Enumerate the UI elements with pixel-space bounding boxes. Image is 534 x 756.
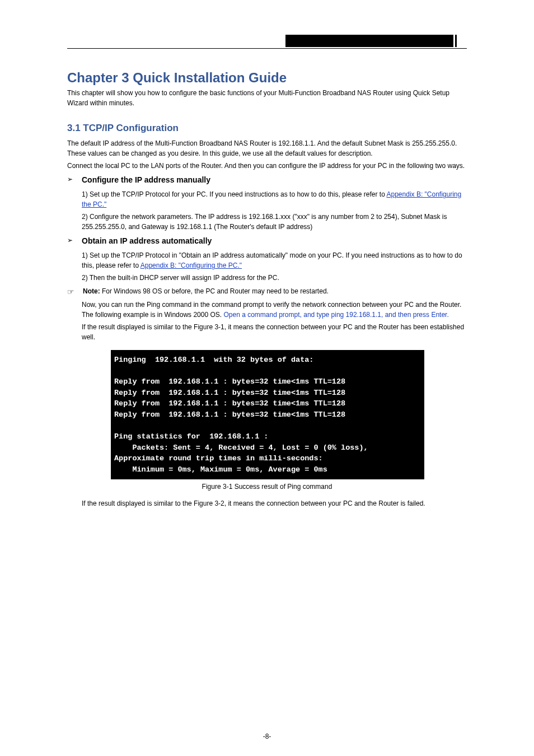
- terminal-line: Packets: Sent = 4, Received = 4, Lost = …: [114, 442, 421, 454]
- terminal-line: Reply from 192.168.1.1 : bytes=32 time<1…: [114, 388, 421, 399]
- bullet-subline: 1) Set up the TCP/IP Protocol in "Obtain…: [82, 250, 467, 270]
- bullet-subline-text: 1) Set up the TCP/IP Protocol for your P…: [82, 190, 387, 198]
- figure-caption: Figure 3-1 Success result of Ping comman…: [67, 483, 467, 491]
- header-black-bar: [285, 35, 453, 47]
- terminal-line: Reply from 192.168.1.1 : bytes=32 time<1…: [114, 409, 421, 421]
- body-paragraph: Now, you can run the Ping command in the…: [82, 300, 467, 320]
- note-body: For Windows 98 OS or before, the PC and …: [102, 287, 329, 295]
- note-label: Note:: [83, 287, 100, 295]
- note-list: Note: For Windows 98 OS or before, the P…: [67, 286, 467, 296]
- bullet-heading: Obtain an IP address automatically: [82, 235, 467, 247]
- body-paragraph: Connect the local PC to the LAN ports of…: [67, 161, 467, 171]
- body-paragraph: If the result displayed is similar to th…: [82, 498, 467, 508]
- bullet-list: Configure the IP address manually 1) Set…: [67, 174, 467, 283]
- body-paragraph: The default IP address of the Multi-Func…: [67, 138, 467, 158]
- terminal-line: Reply from 192.168.1.1 : bytes=32 time<1…: [114, 398, 421, 409]
- body-text-span-colored: Open a command prompt, and type ping 192…: [223, 311, 448, 319]
- document-page: Chapter 3 Quick Installation Guide This …: [0, 0, 534, 756]
- bullet-heading: Configure the IP address manually: [82, 174, 467, 186]
- header-divider: [67, 48, 467, 49]
- bullet-item-manual: Configure the IP address manually 1) Set…: [67, 174, 467, 232]
- bullet-subline-text: 1) Set up the TCP/IP Protocol in "Obtain…: [82, 251, 462, 269]
- terminal-line: Pinging 192.168.1.1 with 32 bytes of dat…: [114, 354, 421, 366]
- terminal-line: [114, 420, 421, 431]
- terminal-line: Ping statistics for 192.168.1.1 :: [114, 431, 421, 442]
- terminal-line: Approximate round trip times in milli-se…: [114, 453, 421, 464]
- terminal-line: [114, 366, 421, 377]
- section-heading-tcp: 3.1 TCP/IP Configuration: [67, 123, 467, 134]
- chapter-title: Chapter 3 Quick Installation Guide: [67, 70, 467, 86]
- page-number: -8-: [0, 732, 534, 740]
- bullet-item-auto: Obtain an IP address automatically 1) Se…: [67, 235, 467, 283]
- body-paragraph: If the result displayed is similar to th…: [82, 322, 467, 342]
- note-item: Note: For Windows 98 OS or before, the P…: [67, 286, 467, 296]
- bullet-subline: 2) Then the built-in DHCP server will as…: [82, 273, 467, 283]
- appendix-link[interactable]: Appendix B: "Configuring the PC.": [140, 262, 242, 269]
- terminal-screenshot: Pinging 192.168.1.1 with 32 bytes of dat…: [111, 350, 424, 479]
- intro-paragraph: This chapter will show you how to config…: [67, 88, 467, 108]
- bullet-subline: 2) Configure the network parameters. The…: [82, 212, 467, 232]
- terminal-line: Minimum = 0ms, Maximum = 0ms, Average = …: [114, 464, 421, 475]
- bullet-subline: 1) Set up the TCP/IP Protocol for your P…: [82, 189, 467, 209]
- terminal-line: Reply from 192.168.1.1 : bytes=32 time<1…: [114, 376, 421, 388]
